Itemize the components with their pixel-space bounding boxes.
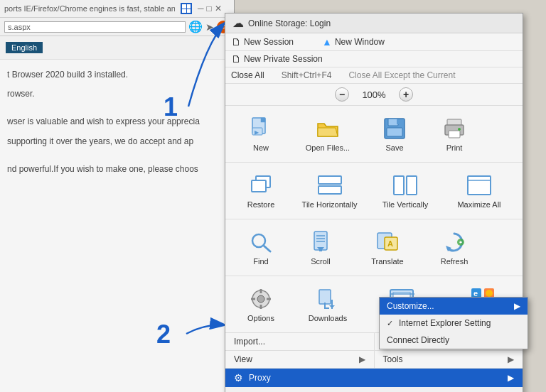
- svg-point-34: [257, 295, 264, 303]
- tile-h-icon-item[interactable]: Tile Horizontally: [292, 168, 367, 213]
- tools-label: Tools: [383, 354, 403, 364]
- session-row: 🗋 New Session ▲ New Window: [225, 33, 523, 51]
- import-item[interactable]: Import...: [225, 333, 374, 350]
- private-session-row: 🗋 New Private Session: [225, 51, 523, 67]
- print-icon-item[interactable]: Print: [426, 111, 483, 156]
- open-files-label: Open Files...: [306, 143, 350, 152]
- new-session-item[interactable]: 🗋 New Session: [231, 36, 294, 48]
- svg-line-22: [264, 246, 270, 251]
- proxy-icon: ⚙: [234, 372, 243, 383]
- new-private-session-item[interactable]: 🗋 New Private Session: [231, 53, 323, 65]
- customize-label: Customize...: [387, 301, 434, 311]
- ie-setting-item[interactable]: ✓ Internet Explorer Setting: [380, 315, 528, 332]
- svg-rect-6: [388, 119, 398, 126]
- proxy-label: Proxy: [249, 373, 271, 383]
- new-session-label: New Session: [244, 37, 294, 47]
- grid-icon[interactable]: [181, 3, 192, 14]
- content-line-2: rowser.: [7, 87, 227, 101]
- translate-icon-item[interactable]: A Translate: [352, 225, 423, 270]
- tools-arrow: ▶: [508, 354, 514, 364]
- downloads-label: Downloads: [309, 314, 347, 322]
- svg-rect-27: [319, 247, 322, 251]
- content-line-5: nd powerful.If you wish to make one, ple…: [7, 163, 227, 176]
- svg-rect-11: [449, 131, 460, 138]
- connect-directly-label: Connect Directly: [387, 335, 449, 345]
- svg-rect-7: [387, 128, 402, 136]
- refresh-icon-item[interactable]: Refresh: [426, 225, 483, 270]
- menu-header: ☁ Online Storage: Login: [225, 13, 523, 33]
- maximize-all-icon-item[interactable]: Maximize All: [444, 168, 515, 213]
- find-icon: [248, 229, 274, 255]
- scroll-icon-item[interactable]: Scroll: [292, 225, 349, 270]
- svg-rect-15: [318, 176, 341, 184]
- options-icon: [248, 286, 274, 312]
- scroll-icon: [308, 229, 333, 255]
- close-all-row: Close All Shift+Ctrl+F4 Close All Except…: [225, 67, 523, 84]
- view-item[interactable]: View ▶: [225, 351, 374, 368]
- svg-rect-14: [252, 180, 266, 192]
- maximize-all-icon: [466, 173, 492, 198]
- content-line-1: t Browser 2020 build 3 installed.: [7, 68, 227, 82]
- open-files-icon-item[interactable]: Open Files...: [292, 111, 363, 156]
- svg-rect-17: [394, 176, 404, 195]
- save-icon: [382, 116, 407, 141]
- connect-directly-item[interactable]: Connect Directly: [380, 332, 528, 349]
- print-icon: [441, 116, 467, 141]
- tile-v-label: Tile Vertically: [382, 200, 428, 209]
- annotation-2: 2: [156, 320, 171, 349]
- browser-address: s.aspx: [4, 21, 186, 33]
- new-label: New: [253, 143, 269, 152]
- view-arrow: ▶: [359, 354, 365, 364]
- translate-icon: A: [375, 229, 400, 255]
- svg-rect-36: [260, 305, 262, 309]
- zoom-row: − 100% +: [225, 84, 523, 106]
- tools-item[interactable]: Tools ▶: [375, 351, 523, 368]
- browser-content: t Browser 2020 build 3 installed. rowser…: [0, 60, 234, 190]
- svg-rect-18: [407, 176, 417, 195]
- zoom-out-button[interactable]: −: [335, 87, 349, 102]
- tile-v-icon-item[interactable]: Tile Vertically: [370, 168, 441, 213]
- cloud-icon: ☁: [232, 16, 244, 30]
- content-line-3: wser is valuable and wish to express you…: [7, 115, 227, 129]
- downloads-icon: [315, 286, 341, 312]
- svg-point-46: [486, 290, 493, 297]
- browser-toolbar: ports IE/Firefox/Chrome engines is fast,…: [0, 0, 234, 18]
- downloads-icon-item[interactable]: Downloads: [292, 282, 363, 327]
- restore-icon-item[interactable]: Restore: [232, 168, 289, 213]
- proxy-arrow: ▶: [508, 373, 514, 383]
- save-icon-item[interactable]: Save: [366, 111, 423, 156]
- nav-icon-globe[interactable]: 🌐: [188, 20, 203, 33]
- options-icon-item[interactable]: Options: [232, 282, 289, 327]
- private-session-icon: 🗋: [231, 53, 241, 65]
- new-session-icon: 🗋: [231, 36, 241, 48]
- close-except-label[interactable]: Close All Except the Current: [348, 70, 455, 80]
- new-icon-item[interactable]: ▶ New: [232, 111, 289, 156]
- refresh-icon: [441, 229, 467, 255]
- browser-title: ports IE/Firefox/Chrome engines is fast,…: [4, 4, 175, 13]
- menu-header-label: Online Storage: Login: [248, 18, 331, 28]
- zoom-in-button[interactable]: +: [399, 87, 413, 102]
- svg-text:▶: ▶: [255, 129, 259, 136]
- interface-language-item[interactable]: Interface Language ▶: [225, 387, 523, 392]
- annotation-1: 1: [164, 92, 178, 122]
- nav-icon-forward[interactable]: ➤: [205, 21, 214, 33]
- find-icon-item[interactable]: Find: [232, 225, 289, 270]
- close-all-label[interactable]: Close All: [231, 70, 264, 80]
- tile-h-label: Tile Horizontally: [302, 200, 358, 209]
- new-window-icon: ▲: [322, 36, 332, 48]
- svg-rect-35: [260, 289, 262, 293]
- language-badge[interactable]: English: [6, 42, 43, 53]
- restore-label: Restore: [247, 200, 275, 209]
- ie-setting-label: Internet Explorer Setting: [399, 318, 491, 328]
- svg-rect-8: [397, 119, 399, 124]
- icons-row-2: Restore Tile Horizontally Tile Verticall…: [225, 163, 523, 219]
- save-label: Save: [385, 143, 403, 152]
- proxy-item[interactable]: ⚙ Proxy ▶: [225, 369, 523, 387]
- customize-item[interactable]: Customize... ▶: [380, 298, 528, 315]
- options-label: Options: [247, 314, 274, 322]
- tile-horizontally-icon: [317, 173, 343, 198]
- new-window-label: New Window: [335, 37, 385, 47]
- new-window-item[interactable]: ▲ New Window: [322, 36, 385, 48]
- svg-rect-38: [267, 298, 271, 300]
- svg-rect-37: [251, 298, 255, 300]
